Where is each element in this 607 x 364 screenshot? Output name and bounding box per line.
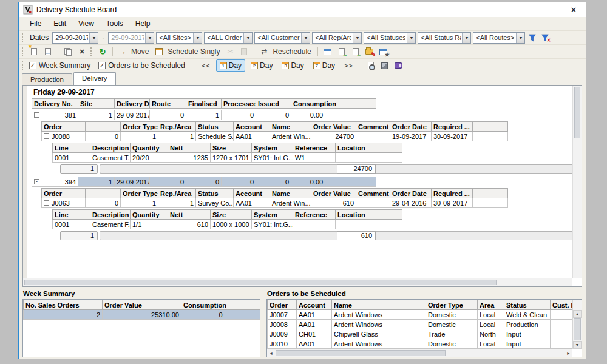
grid-cell[interactable]: W1: [293, 153, 336, 163]
next-period-button[interactable]: >>: [341, 61, 357, 70]
column-header[interactable]: Description: [90, 210, 131, 220]
scroll-right-icon[interactable]: ►: [565, 349, 572, 357]
grid-cell[interactable]: 0.00: [291, 177, 342, 187]
collapse-expander-icon[interactable]: -: [34, 179, 39, 184]
column-header[interactable]: Line: [53, 143, 90, 153]
grid-cell[interactable]: 0001: [53, 153, 90, 163]
grid-cell[interactable]: 1000 x 1000: [211, 220, 252, 229]
grid-cell[interactable]: Casement F...: [90, 220, 131, 229]
column-header[interactable]: Consumption: [181, 300, 260, 310]
grid-cell[interactable]: 1235: [168, 153, 211, 163]
order-queue-row[interactable]: J0007AA01Ardent WindowsDomesticLocalWeld…: [268, 310, 577, 320]
scrollbar-thumb[interactable]: [276, 350, 446, 356]
column-header[interactable]: Area: [478, 300, 504, 310]
grid-cell[interactable]: Ardent Windows: [332, 339, 426, 349]
properties-icon[interactable]: ★: [378, 46, 390, 58]
column-header[interactable]: Route: [150, 99, 186, 109]
order-row[interactable]: -J0063011Survey Co...AA01Ardent Win...61…: [42, 198, 508, 208]
column-header[interactable]: [473, 189, 508, 198]
grid-cell[interactable]: 1: [78, 177, 115, 187]
grid-cell[interactable]: 0: [181, 310, 260, 320]
grid-cell[interactable]: Domestic: [426, 310, 478, 320]
order-row[interactable]: -J0088011Schedule S...AA01Ardent Win...2…: [42, 132, 508, 141]
scrollbar-thumb[interactable]: [574, 318, 581, 340]
orders-to-be-scheduled-checkbox[interactable]: ✓Orders to be Scheduled: [97, 61, 190, 70]
column-header[interactable]: Order Value: [311, 122, 356, 132]
grid-cell[interactable]: [378, 153, 402, 163]
column-header[interactable]: Comment: [356, 122, 390, 132]
grid-cell[interactable]: 1270 x 1701: [211, 153, 252, 163]
chevron-down-icon[interactable]: ▼: [145, 33, 154, 43]
column-header[interactable]: Issued: [256, 99, 291, 109]
grid-cell[interactable]: 30-09-2017: [432, 132, 473, 141]
grid-cell[interactable]: SY01: Int.G...: [252, 220, 293, 229]
column-header[interactable]: [86, 122, 121, 132]
delete-icon[interactable]: ✕: [76, 46, 88, 58]
column-header[interactable]: Order Type: [426, 300, 478, 310]
grid-cell[interactable]: 0: [222, 177, 256, 187]
chevron-down-icon[interactable]: ▼: [516, 33, 524, 43]
column-header[interactable]: Processed: [222, 99, 256, 109]
sites-filter-combo[interactable]: <All Sites>▼: [156, 32, 202, 44]
column-header[interactable]: Order Date: [390, 122, 432, 132]
column-header[interactable]: No. Sales Orders: [24, 300, 103, 310]
column-header[interactable]: Consumption: [291, 99, 342, 109]
grid-cell[interactable]: 1: [158, 132, 196, 141]
scrollbar-thumb[interactable]: [24, 280, 497, 285]
customers-filter-combo[interactable]: <All Customers>▼: [254, 32, 310, 44]
grid-cell[interactable]: 29-04-2016: [390, 198, 432, 208]
grid-cell[interactable]: -381: [32, 110, 78, 120]
column-header[interactable]: Site: [78, 99, 115, 109]
apply-filter-icon[interactable]: [527, 32, 538, 43]
column-header[interactable]: Finalised: [186, 99, 222, 109]
column-header[interactable]: System: [252, 143, 293, 153]
grid-cell[interactable]: 25310.00: [103, 310, 181, 320]
collapse-expander-icon[interactable]: -: [44, 200, 49, 206]
grid-cell[interactable]: -J0088: [42, 132, 86, 141]
grid-cell[interactable]: [356, 132, 390, 141]
column-header[interactable]: Account: [234, 189, 270, 198]
column-header[interactable]: Delivery D...: [115, 99, 150, 109]
tab-delivery[interactable]: Delivery: [73, 72, 116, 85]
grid-cell[interactable]: 1/1: [131, 220, 168, 229]
grid-cell[interactable]: 0: [86, 198, 121, 208]
summary-row[interactable]: 225310.000: [24, 310, 260, 320]
grid-cell[interactable]: Input: [504, 329, 551, 339]
grid-cell[interactable]: Weld & Clean: [504, 310, 551, 320]
order-queue-row[interactable]: J0010AA01Ardent WindowsDomesticLocalInpu…: [268, 339, 577, 349]
column-header[interactable]: Description: [90, 143, 131, 153]
status-range-filter-combo[interactable]: <All Status Range▼: [418, 32, 471, 44]
grid-cell[interactable]: 30-09-2017: [432, 198, 473, 208]
column-header[interactable]: Nett: [168, 210, 211, 220]
grid-cell[interactable]: 2: [24, 310, 103, 320]
copy-icon[interactable]: [62, 46, 74, 58]
rep-area-filter-combo[interactable]: <All Rep/Area>▼: [312, 32, 362, 44]
column-header[interactable]: Order Type: [121, 122, 158, 132]
column-header[interactable]: Status: [196, 189, 234, 198]
previous-period-button[interactable]: <<: [198, 61, 214, 70]
grid-cell[interactable]: [378, 220, 402, 229]
grid-cell[interactable]: Input: [504, 339, 551, 349]
column-header[interactable]: Comment: [356, 189, 390, 198]
board-vertical-scrollbar[interactable]: [572, 86, 582, 278]
checkbox-checked-icon[interactable]: ✓: [29, 62, 36, 69]
routes-filter-combo[interactable]: <All Routes>▼: [473, 32, 525, 44]
grid-cell[interactable]: Ardent Win...: [270, 132, 311, 141]
checkbox-checked-icon[interactable]: ✓: [98, 62, 106, 69]
grid-cell[interactable]: [356, 198, 390, 208]
grid-cell[interactable]: [473, 198, 508, 208]
grid-cell[interactable]: Casement T...: [90, 153, 131, 163]
tab-production[interactable]: Production: [22, 73, 72, 85]
grid-cell[interactable]: [336, 220, 378, 229]
column-header[interactable]: Name: [270, 122, 311, 132]
grid-cell[interactable]: 1: [158, 198, 196, 208]
grid-cell[interactable]: 0: [222, 110, 256, 120]
grid-cell[interactable]: J0009: [268, 329, 297, 339]
grid-cell[interactable]: 0: [256, 110, 291, 120]
clear-filter-icon[interactable]: ✕: [540, 32, 551, 43]
line-row[interactable]: 0001Casement F...1/16101000 x 1000SY01: …: [53, 220, 402, 229]
chevron-down-icon[interactable]: ▼: [462, 33, 470, 43]
grid-cell[interactable]: 0001: [53, 220, 90, 229]
grid-cell[interactable]: [336, 153, 378, 163]
grid-cell[interactable]: -394: [32, 177, 78, 187]
